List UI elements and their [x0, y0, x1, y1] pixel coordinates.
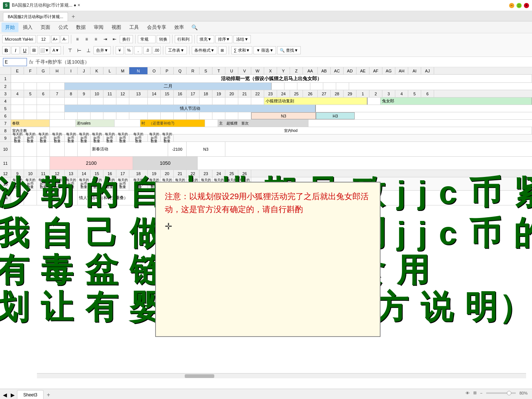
col-AC[interactable]: AC [331, 67, 344, 74]
cell-n6[interactable] [129, 112, 148, 119]
menu-item-efficiency[interactable]: 效率 [171, 23, 188, 32]
cond-format-btn[interactable]: 条件格式▼ [192, 46, 217, 54]
n3-badge[interactable]: N3 [251, 112, 316, 119]
cell-n4[interactable] [129, 98, 148, 105]
font-name-dropdown[interactable]: Microsoft YaHei [2, 35, 36, 43]
date-4[interactable]: 4 [11, 90, 24, 97]
border-btn[interactable]: ⊞ [30, 46, 38, 54]
date-7[interactable]: 7 [50, 90, 65, 97]
cell-e5[interactable] [11, 105, 24, 112]
align-bottom-btn[interactable]: ⊥ [84, 46, 92, 54]
cell-k4[interactable] [91, 98, 103, 105]
date-12[interactable]: 12 [116, 90, 129, 97]
cell-s4[interactable] [200, 98, 212, 105]
freeze-btn[interactable]: 冻结▼ [233, 35, 251, 43]
col-O[interactable]: O [148, 67, 161, 74]
rabbit-event-cell[interactable]: 兔女郎 [381, 98, 532, 105]
date-24[interactable]: 24 [277, 90, 290, 97]
val-2100-cell[interactable]: 2100 [50, 157, 133, 170]
col-AF[interactable]: AF [369, 67, 382, 74]
format-dropdown[interactable]: 常规 [138, 35, 156, 43]
cell-i4[interactable] [65, 98, 78, 105]
col-F[interactable]: F [24, 67, 37, 74]
date-10[interactable]: 10 [91, 90, 103, 97]
col-Z[interactable]: Z [290, 67, 303, 74]
cell-r4[interactable] [187, 98, 200, 105]
date-28[interactable]: 28 [331, 90, 344, 97]
align-left-btn[interactable]: ≡ [74, 35, 82, 43]
cell-v6[interactable] [238, 112, 251, 119]
col-Y[interactable]: Y [277, 67, 290, 74]
ruanles-cell[interactable]: 若ruales [76, 120, 115, 127]
doc-tab-add[interactable]: + [69, 12, 78, 21]
cell-e4[interactable] [11, 98, 24, 105]
cell-f2[interactable] [24, 83, 37, 90]
xinchun-label-cell[interactable]: 新春活动 [91, 142, 168, 156]
date-19[interactable]: 19 [212, 90, 225, 97]
align-middle-btn[interactable]: ⊢ [75, 46, 83, 54]
cell-post-month6[interactable] [336, 83, 349, 90]
cell-q6[interactable] [174, 112, 187, 119]
date-16[interactable]: 16 [174, 90, 187, 97]
cell-e11[interactable] [11, 157, 24, 170]
cell-e10[interactable] [11, 142, 24, 156]
cell-e6[interactable] [11, 112, 24, 119]
cell-w4[interactable] [251, 98, 264, 105]
date-26[interactable]: 26 [303, 90, 318, 97]
dh-f[interactable]: 每天的jjc币数量 [24, 134, 37, 141]
align-center-btn[interactable]: ≡ [83, 35, 91, 43]
col-AI[interactable]: AI [408, 67, 421, 74]
cell-e2[interactable] [11, 83, 24, 90]
cell-t4[interactable] [212, 98, 225, 105]
date-29[interactable]: 29 [344, 90, 357, 97]
menu-item-home[interactable]: 开始 [1, 23, 18, 32]
month-label-cell[interactable]: 二月 [65, 83, 272, 90]
cell-f10[interactable] [24, 142, 37, 156]
worksheet-btn[interactable]: 工作表▼ [166, 46, 187, 54]
cell-f5[interactable] [24, 105, 37, 112]
underline-btn[interactable]: U [21, 46, 29, 54]
chunlian-cell[interactable]: 春联 [11, 120, 50, 127]
indent-btn[interactable]: ⇥ [101, 35, 109, 43]
date-22[interactable]: 22 [251, 90, 264, 97]
bold-btn[interactable]: B [2, 46, 10, 54]
font-color-btn[interactable]: A▼ [51, 46, 61, 54]
merge-btn[interactable]: 合并▼ [93, 46, 111, 54]
bg-color-btn[interactable]: ⬜▼ [39, 46, 50, 54]
cell-post-month[interactable] [272, 83, 284, 90]
date-14[interactable]: 14 [148, 90, 161, 97]
col-J[interactable]: J [78, 67, 91, 74]
font-size-box[interactable]: 12 [37, 35, 50, 43]
sheet-add-btn[interactable]: + [44, 391, 52, 399]
cell-o6[interactable] [148, 112, 161, 119]
cell-g2[interactable] [37, 83, 50, 90]
cell-h5[interactable] [50, 105, 65, 112]
col-AA[interactable]: AA [303, 67, 318, 74]
col-S[interactable]: S [200, 67, 212, 74]
date-27[interactable]: 27 [318, 90, 331, 97]
cell-u6[interactable] [225, 112, 238, 119]
cell-o4[interactable] [148, 98, 161, 105]
dh-j[interactable]: 每天的jjc币数量 [78, 134, 91, 141]
scroll-handle[interactable] [185, 374, 214, 378]
cell-g5[interactable] [37, 105, 50, 112]
col-G[interactable]: G [37, 67, 50, 74]
dh-m[interactable]: 每天的jjc币数量 [116, 134, 129, 141]
italic-btn[interactable]: I [11, 46, 20, 54]
row-col-btn[interactable]: 行和列 [175, 35, 192, 43]
date-23[interactable]: 23 [264, 90, 277, 97]
menu-item-tools[interactable]: 工具 [126, 23, 143, 32]
fox-event-cell[interactable]: 小狐狸活动复刻 [264, 98, 368, 105]
dh-l[interactable]: 每天的jjc币数量 [103, 134, 116, 141]
col-AE[interactable]: AE [357, 67, 369, 74]
date-25[interactable]: 25 [290, 90, 303, 97]
cell-l6[interactable] [103, 112, 116, 119]
date-4m[interactable]: 4 [395, 90, 408, 97]
date-11[interactable]: 11 [103, 90, 116, 97]
shiyangwen-cell[interactable]: 时 （还需要补给?) [140, 120, 205, 127]
find-btn[interactable]: 🔍 查找▼ [277, 46, 301, 54]
col-K[interactable]: K [91, 67, 103, 74]
valentine-event-cell[interactable]: 情人节活动 [65, 105, 316, 112]
date-21[interactable]: 21 [238, 90, 251, 97]
maximize-btn[interactable]: □ [516, 3, 522, 8]
